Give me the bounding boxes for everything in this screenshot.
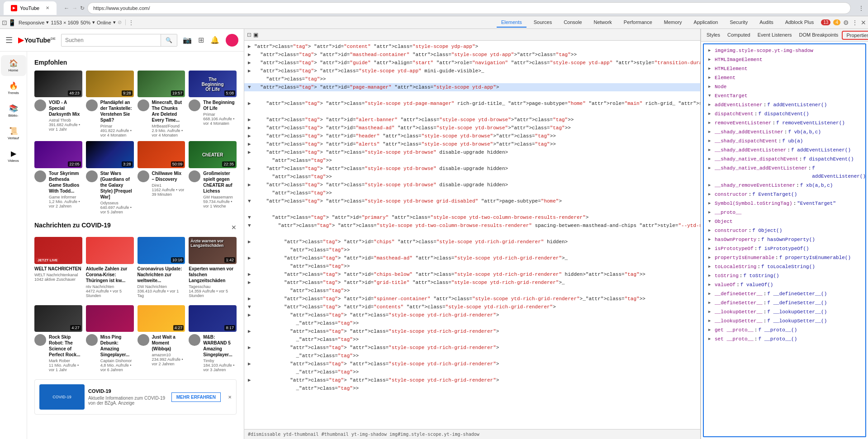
html-code-line[interactable]: ▶ "attr">class="tag"> "attr">class="styl… <box>244 327 700 335</box>
video-card[interactable]: 3:28 Star Wars (Guardians of the Galaxy … <box>86 141 134 214</box>
html-code-line[interactable]: ▶ "attr">class="tag"> "attr">id="spinner… <box>244 295 700 303</box>
video-card[interactable]: ChEATER 22:35 Großmeister spielt gegen C… <box>189 141 237 214</box>
code-triangle[interactable]: ▶ <box>248 42 254 51</box>
prop-triangle[interactable]: ▶ <box>708 326 714 334</box>
sidebar-item-videos[interactable]: ▶ Videos <box>1 146 26 166</box>
property-line[interactable]: ▶ valueOf: f valueOf() <box>704 280 865 289</box>
code-triangle[interactable]: ▶ <box>248 360 254 368</box>
html-code-line[interactable]: ▶ "attr">class="tag"> "attr">id="masthea… <box>244 124 700 132</box>
html-code-line[interactable]: _"attr">class="tag">> <box>244 368 700 376</box>
html-code-line[interactable]: ▶"attr">class="tag"> "attr">id="content"… <box>244 42 700 51</box>
html-code-line[interactable]: ▶ "attr">class="tag"> "attr">id="alert-b… <box>244 116 700 124</box>
devtools-device-icon[interactable]: 📱 <box>8 19 16 26</box>
recent-video-card[interactable]: 4:27 Just Wait a Moment (Wibbqa) amazon1… <box>138 305 185 372</box>
html-code-line[interactable]: _"attr">class="tag">> <box>244 335 700 344</box>
prop-triangle[interactable]: ▶ <box>708 335 714 343</box>
property-line[interactable]: ▶ __shady_addEventListner: f vb(a,b,c) <box>704 127 865 137</box>
inspect-element-icon[interactable]: ⊡ <box>247 32 251 38</box>
recent-video-card[interactable]: 8:17 M&B: WARBAND 5 Amazing Singeplayer.… <box>189 305 237 372</box>
prop-triangle[interactable]: ▶ <box>708 227 714 235</box>
sidebar-item-trending[interactable]: 🔥 Trends <box>1 78 26 99</box>
prop-triangle[interactable]: ▶ <box>708 164 714 172</box>
devtools-tab-memory[interactable]: Memory <box>659 18 687 28</box>
prop-triangle[interactable]: ▶ <box>708 245 714 253</box>
code-triangle[interactable]: ▶ <box>248 116 254 124</box>
prop-triangle[interactable]: ▶ <box>708 317 714 325</box>
html-code-line[interactable]: ▼ "attr">class="tag"> "attr">id="primary… <box>244 213 700 222</box>
tab-properties[interactable]: Properties <box>842 31 868 40</box>
news-card[interactable]: Ärzte warnen vor Langzeitschäden 1:42 Ex… <box>189 237 237 298</box>
property-line[interactable]: ▶ set __proto__: f __proto__() <box>704 335 865 344</box>
html-code-line[interactable] <box>244 91 700 99</box>
code-triangle[interactable] <box>248 75 254 83</box>
yt-main-scroll[interactable]: Empfohlen 48:23 VOID - A Special Darksyn… <box>27 52 244 439</box>
zoom-dropdown-icon[interactable]: ▾ <box>92 19 95 25</box>
covid-close-icon[interactable]: ✕ <box>228 395 232 400</box>
html-code-line[interactable] <box>244 230 700 238</box>
html-code-line[interactable]: ▼ "attr">class="tag"> "attr">id="page-ma… <box>244 83 700 91</box>
code-triangle[interactable] <box>248 352 254 360</box>
code-triangle[interactable]: ▶ <box>248 376 254 384</box>
property-line[interactable]: ▶ __shady_removeEventListener: f xb(a,b,… <box>704 181 865 190</box>
tab-event-listeners[interactable]: Event Listeners <box>754 30 796 40</box>
covid-mehr-erfahren-button[interactable]: MEHR ERFAHREN <box>171 392 221 402</box>
html-code-line[interactable]: ▶ "attr">class="tag"> "attr">class="styl… <box>244 181 700 189</box>
code-triangle[interactable] <box>248 108 254 116</box>
devtools-tab-network[interactable]: Network <box>589 18 617 28</box>
address-bar[interactable]: https://www.youtube.com/ <box>87 2 851 14</box>
prop-triangle[interactable]: ▶ <box>708 119 714 127</box>
video-card[interactable]: The Beginning Of Life 5:08 The Beginning… <box>189 71 237 137</box>
prop-triangle[interactable]: ▶ <box>708 199 714 208</box>
prop-triangle[interactable]: ▶ <box>708 155 714 163</box>
html-code-line[interactable]: ▶ "attr">class="tag"> "attr">class="styl… <box>244 311 700 319</box>
news-card[interactable]: 10:16 Coronavirus Update: Nachrichten zu… <box>138 237 185 298</box>
code-triangle[interactable]: ▶ <box>248 51 254 59</box>
prop-triangle[interactable]: ▶ <box>708 281 714 289</box>
html-code-line[interactable]: _"attr">class="tag">> <box>244 319 700 327</box>
property-line[interactable]: ▶ toLocaleString: f toLocaleString() <box>704 262 865 271</box>
prop-triangle[interactable]: ▶ <box>708 47 714 55</box>
video-card[interactable]: 22:05 Tour Skyrimm Bethesda Game Studios… <box>34 141 82 214</box>
code-triangle[interactable]: ▶ <box>248 344 254 352</box>
html-code-area[interactable]: ▶"attr">class="tag"> "attr">id="content"… <box>244 41 700 429</box>
property-line[interactable]: ▶ hasOwnProperty: f hasOwnProperty() <box>704 235 865 244</box>
code-triangle[interactable]: ▼ <box>248 303 254 311</box>
html-code-line[interactable]: ▶ "attr">class="tag"> "attr">id="chips" … <box>244 238 700 246</box>
html-code-line[interactable]: ▼ "attr">class="tag"> "attr">id="content… <box>244 303 700 311</box>
recent-video-card[interactable]: 4:27 Rock Skip Robot: The Science of Per… <box>34 305 82 372</box>
prop-triangle[interactable]: ▶ <box>708 272 714 280</box>
code-triangle[interactable]: ▼ <box>248 197 254 205</box>
html-code-line[interactable]: ▶ "attr">class="tag"> "attr">id="masthea… <box>244 51 700 59</box>
html-code-line[interactable] <box>244 205 700 213</box>
html-code-line[interactable]: _"attr">class="tag">> <box>244 384 700 392</box>
prop-triangle[interactable]: ▶ <box>708 146 714 154</box>
prop-triangle[interactable]: ▶ <box>708 190 714 198</box>
code-triangle[interactable] <box>248 189 254 197</box>
yt-grid-icon[interactable]: ⊞ <box>198 36 204 44</box>
news-card[interactable]: Aktuelle Zahlen zur Corona-Krise: Thürin… <box>86 237 134 298</box>
html-code-line[interactable]: ▼ "attr">class="tag"> "attr">class="styl… <box>244 222 700 230</box>
code-triangle[interactable]: ▶ <box>248 327 254 335</box>
html-code-line[interactable]: ▶ "attr">class="tag"> "attr">class="styl… <box>244 165 700 173</box>
code-triangle[interactable] <box>248 368 254 376</box>
nav-refresh-button[interactable]: ↻ <box>80 5 85 11</box>
property-line[interactable]: ▶ addEventListener: f addEventListener() <box>704 100 865 109</box>
html-code-line[interactable]: "attr">class="tag">> <box>244 262 700 270</box>
property-line[interactable]: ▶ __defineGetter__: f __defineGetter__() <box>704 289 865 298</box>
devtools-tab-elements[interactable]: Elements <box>497 18 526 28</box>
property-line[interactable]: ▶ constructor: f Object() <box>704 226 865 235</box>
property-line[interactable]: ▶ Element <box>704 73 865 82</box>
code-triangle[interactable] <box>248 384 254 392</box>
code-triangle[interactable] <box>248 246 254 254</box>
html-code-line[interactable]: "attr">class="tag">> <box>244 75 700 83</box>
property-line[interactable]: ▶ get __proto__: f __proto__() <box>704 326 865 335</box>
tab-computed[interactable]: Computed <box>724 30 754 40</box>
code-triangle[interactable] <box>248 156 254 165</box>
html-code-line[interactable]: "attr">class="tag">> <box>244 173 700 181</box>
prop-triangle[interactable]: ▶ <box>708 101 714 109</box>
html-code-line[interactable]: ▶ "attr">class="tag"> "attr">id="grid-ti… <box>244 279 700 287</box>
more-options-icon[interactable]: ⋮ <box>128 19 134 26</box>
code-triangle[interactable]: ▶ <box>248 148 254 156</box>
yt-video-icon[interactable]: 📷 <box>183 36 192 44</box>
property-line[interactable]: ▼ Object <box>704 217 865 226</box>
